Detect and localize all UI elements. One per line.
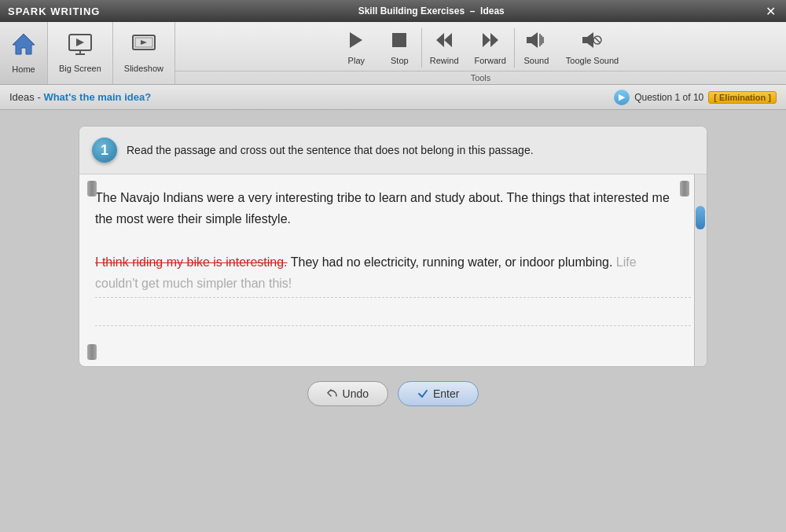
play-button[interactable]: Play (335, 26, 378, 70)
breadcrumb-section: Ideas (9, 91, 35, 103)
title-bar: SPARK WRITING Skill Building Exercises –… (0, 0, 786, 22)
title-center: Skill Building Exercises – Ideas (358, 6, 505, 17)
rewind-icon (435, 31, 454, 54)
play-label: Play (348, 56, 365, 65)
svg-marker-13 (483, 33, 490, 47)
checkmark-icon (417, 388, 428, 399)
main-content: 1 Read the passage and cross out the sen… (0, 110, 786, 532)
sound-button[interactable]: Sound (515, 26, 558, 70)
rewind-button[interactable]: Rewind (422, 26, 467, 70)
nav-arrow-button[interactable]: ▶ (614, 90, 630, 105)
sound-icon (525, 31, 547, 54)
svg-marker-11 (436, 33, 444, 47)
subtitle: Skill Building Exercises (358, 6, 465, 17)
stop-icon (390, 31, 409, 54)
sound-label: Sound (523, 56, 549, 65)
stop-button[interactable]: Stop (378, 26, 421, 70)
drag-handle-top[interactable] (87, 181, 97, 196)
home-label: Home (12, 64, 35, 74)
passage-normal-2: They had no electricity, running water, … (288, 255, 613, 269)
undo-button[interactable]: Undo (307, 381, 388, 406)
passage-normal-1: The Navajo Indians were a very interesti… (95, 191, 670, 226)
question-instruction: Read the passage and cross out the sente… (127, 144, 534, 156)
scroll-thumb (696, 206, 705, 229)
bigscreen-icon (68, 33, 93, 61)
svg-rect-20 (582, 37, 587, 43)
app-name: SPARK WRITING (8, 6, 100, 17)
bottom-buttons: Undo Enter (307, 381, 479, 406)
home-section: Home (0, 22, 48, 84)
tools-section: Play Stop Rewind (175, 22, 786, 84)
slideshow-button[interactable]: Slideshow (113, 22, 174, 84)
home-button[interactable]: Home (0, 22, 47, 84)
breadcrumb-bar: Ideas - What's the main idea? ▶ Question… (0, 85, 786, 110)
close-button[interactable]: ✕ (762, 4, 778, 19)
toggle-sound-button[interactable]: Toogle Sound (558, 26, 626, 70)
forward-button[interactable]: Forward (467, 26, 514, 70)
toolbar: Home Big Screen (0, 22, 786, 85)
bigscreen-section: Big Screen (48, 22, 113, 84)
svg-line-23 (595, 38, 600, 42)
slideshow-icon (131, 33, 156, 61)
svg-marker-12 (444, 33, 452, 47)
slideshow-label: Slideshow (124, 64, 163, 73)
breadcrumb-link[interactable]: What's the main idea? (43, 91, 151, 103)
forward-icon (481, 31, 500, 54)
passage-area: The Navajo Indians were a very interesti… (79, 174, 707, 366)
home-icon (11, 32, 36, 61)
svg-marker-16 (531, 32, 538, 48)
passage-text: The Navajo Indians were a very interesti… (95, 187, 691, 294)
tools-buttons: Play Stop Rewind (175, 25, 786, 71)
bigscreen-button[interactable]: Big Screen (48, 22, 112, 84)
undo-icon (327, 388, 338, 399)
mode-badge: [ Elimination ] (708, 91, 777, 104)
passage-line-1 (95, 297, 691, 325)
question-number: 1 (92, 138, 117, 163)
svg-marker-14 (490, 33, 498, 47)
svg-rect-15 (527, 37, 531, 43)
title-section: Ideas (480, 6, 505, 17)
enter-button[interactable]: Enter (398, 381, 479, 406)
question-header: 1 Read the passage and cross out the sen… (79, 127, 707, 174)
svg-marker-9 (350, 32, 362, 48)
stop-label: Stop (391, 56, 409, 65)
toggle-sound-icon (581, 31, 603, 54)
question-info: ▶ Question 1 of 10 [ Elimination ] (614, 90, 777, 105)
toggle-sound-label: Toogle Sound (566, 56, 619, 65)
rewind-label: Rewind (430, 56, 459, 65)
passage-strikethrough[interactable]: I think riding my bike is interesting. (95, 255, 288, 269)
bigscreen-label: Big Screen (59, 64, 101, 73)
passage-line-2 (95, 325, 691, 354)
drag-handle-bottom[interactable] (87, 344, 97, 360)
breadcrumb: Ideas - What's the main idea? (9, 91, 151, 103)
scroll-track[interactable] (694, 174, 707, 366)
forward-label: Forward (475, 56, 506, 65)
slideshow-section: Slideshow (113, 22, 175, 84)
play-icon (347, 31, 365, 54)
svg-rect-10 (392, 33, 406, 47)
question-counter: Question 1 of 10 (634, 92, 703, 103)
drag-handle-right[interactable] (680, 181, 689, 196)
svg-marker-0 (13, 34, 35, 54)
question-card: 1 Read the passage and cross out the sen… (79, 126, 707, 367)
svg-marker-5 (76, 39, 84, 46)
svg-marker-21 (587, 32, 593, 48)
tools-group-label: Tools (175, 71, 786, 84)
